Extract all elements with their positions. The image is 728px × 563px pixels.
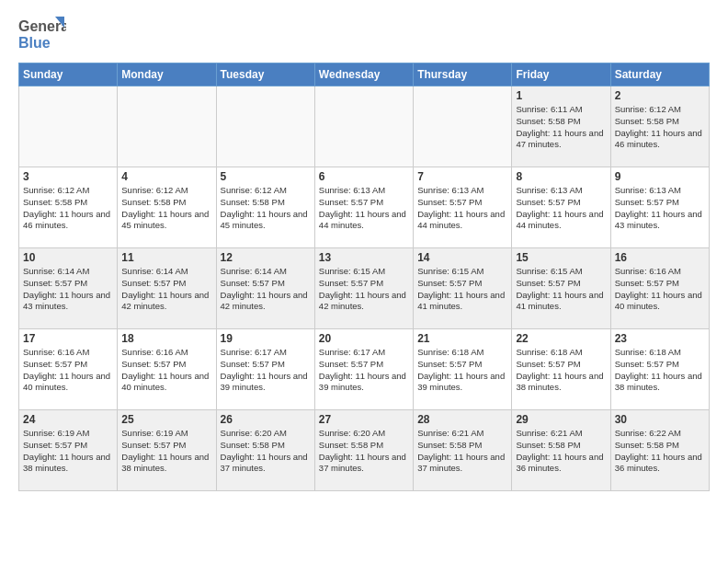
cell-info: Sunrise: 6:16 AM Sunset: 5:57 PM Dayligh… xyxy=(23,347,113,394)
cell-info: Sunrise: 6:13 AM Sunset: 5:57 PM Dayligh… xyxy=(417,185,507,232)
cell-info: Sunrise: 6:15 AM Sunset: 5:57 PM Dayligh… xyxy=(516,266,606,313)
cell-info: Sunrise: 6:12 AM Sunset: 5:58 PM Dayligh… xyxy=(23,185,113,232)
calendar-cell: 13Sunrise: 6:15 AM Sunset: 5:57 PM Dayli… xyxy=(314,248,413,329)
day-number: 21 xyxy=(417,332,507,345)
cell-info: Sunrise: 6:14 AM Sunset: 5:57 PM Dayligh… xyxy=(221,266,311,313)
day-number: 20 xyxy=(319,332,409,345)
calendar-cell: 1Sunrise: 6:11 AM Sunset: 5:58 PM Daylig… xyxy=(512,86,610,167)
calendar-cell: 30Sunrise: 6:22 AM Sunset: 5:58 PM Dayli… xyxy=(610,410,709,491)
calendar-cell: 4Sunrise: 6:12 AM Sunset: 5:58 PM Daylig… xyxy=(118,167,216,248)
cell-info: Sunrise: 6:22 AM Sunset: 5:58 PM Dayligh… xyxy=(615,428,705,475)
cell-info: Sunrise: 6:18 AM Sunset: 5:57 PM Dayligh… xyxy=(417,347,507,394)
calendar-cell: 22Sunrise: 6:18 AM Sunset: 5:57 PM Dayli… xyxy=(512,329,610,410)
day-number: 6 xyxy=(319,170,409,183)
calendar-cell: 8Sunrise: 6:13 AM Sunset: 5:57 PM Daylig… xyxy=(512,167,610,248)
day-number: 18 xyxy=(121,332,211,345)
weekday-header: Monday xyxy=(118,63,216,86)
svg-text:Blue: Blue xyxy=(18,35,51,51)
day-number: 30 xyxy=(615,413,705,426)
calendar-cell: 29Sunrise: 6:21 AM Sunset: 5:58 PM Dayli… xyxy=(512,410,610,491)
calendar-cell: 16Sunrise: 6:16 AM Sunset: 5:57 PM Dayli… xyxy=(610,248,709,329)
calendar-cell xyxy=(414,86,512,167)
calendar-cell: 6Sunrise: 6:13 AM Sunset: 5:57 PM Daylig… xyxy=(314,167,413,248)
day-number: 11 xyxy=(121,251,211,264)
day-number: 7 xyxy=(417,170,507,183)
day-number: 15 xyxy=(516,251,606,264)
weekday-header: Tuesday xyxy=(216,63,314,86)
cell-info: Sunrise: 6:18 AM Sunset: 5:57 PM Dayligh… xyxy=(615,347,705,394)
calendar-cell: 20Sunrise: 6:17 AM Sunset: 5:57 PM Dayli… xyxy=(314,329,413,410)
calendar-week: 3Sunrise: 6:12 AM Sunset: 5:58 PM Daylig… xyxy=(19,167,710,248)
calendar-cell: 19Sunrise: 6:17 AM Sunset: 5:57 PM Dayli… xyxy=(216,329,314,410)
day-number: 10 xyxy=(23,251,113,264)
weekday-row: SundayMondayTuesdayWednesdayThursdayFrid… xyxy=(19,63,710,86)
weekday-header: Sunday xyxy=(19,63,118,86)
calendar-week: 1Sunrise: 6:11 AM Sunset: 5:58 PM Daylig… xyxy=(19,86,710,167)
day-number: 2 xyxy=(615,89,705,102)
cell-info: Sunrise: 6:21 AM Sunset: 5:58 PM Dayligh… xyxy=(516,428,606,475)
logo: GeneralBlue xyxy=(18,15,66,53)
cell-info: Sunrise: 6:12 AM Sunset: 5:58 PM Dayligh… xyxy=(121,185,211,232)
calendar-cell: 25Sunrise: 6:19 AM Sunset: 5:57 PM Dayli… xyxy=(118,410,216,491)
day-number: 16 xyxy=(615,251,705,264)
cell-info: Sunrise: 6:17 AM Sunset: 5:57 PM Dayligh… xyxy=(221,347,311,394)
day-number: 17 xyxy=(23,332,113,345)
calendar-cell: 17Sunrise: 6:16 AM Sunset: 5:57 PM Dayli… xyxy=(19,329,118,410)
cell-info: Sunrise: 6:14 AM Sunset: 5:57 PM Dayligh… xyxy=(23,266,113,313)
day-number: 9 xyxy=(615,170,705,183)
cell-info: Sunrise: 6:16 AM Sunset: 5:57 PM Dayligh… xyxy=(121,347,211,394)
cell-info: Sunrise: 6:13 AM Sunset: 5:57 PM Dayligh… xyxy=(516,185,606,232)
day-number: 26 xyxy=(221,413,311,426)
cell-info: Sunrise: 6:15 AM Sunset: 5:57 PM Dayligh… xyxy=(417,266,507,313)
day-number: 5 xyxy=(221,170,311,183)
cell-info: Sunrise: 6:16 AM Sunset: 5:57 PM Dayligh… xyxy=(615,266,705,313)
page: GeneralBlue SundayMondayTuesdayWednesday… xyxy=(0,0,728,500)
calendar-cell: 26Sunrise: 6:20 AM Sunset: 5:58 PM Dayli… xyxy=(216,410,314,491)
day-number: 4 xyxy=(121,170,211,183)
calendar-cell: 5Sunrise: 6:12 AM Sunset: 5:58 PM Daylig… xyxy=(216,167,314,248)
day-number: 19 xyxy=(221,332,311,345)
calendar-cell: 14Sunrise: 6:15 AM Sunset: 5:57 PM Dayli… xyxy=(414,248,512,329)
day-number: 28 xyxy=(417,413,507,426)
cell-info: Sunrise: 6:12 AM Sunset: 5:58 PM Dayligh… xyxy=(615,104,705,151)
day-number: 24 xyxy=(23,413,113,426)
cell-info: Sunrise: 6:13 AM Sunset: 5:57 PM Dayligh… xyxy=(615,185,705,232)
calendar-cell: 24Sunrise: 6:19 AM Sunset: 5:57 PM Dayli… xyxy=(19,410,118,491)
cell-info: Sunrise: 6:20 AM Sunset: 5:58 PM Dayligh… xyxy=(221,428,311,475)
calendar-cell xyxy=(314,86,413,167)
calendar-cell: 3Sunrise: 6:12 AM Sunset: 5:58 PM Daylig… xyxy=(19,167,118,248)
cell-info: Sunrise: 6:17 AM Sunset: 5:57 PM Dayligh… xyxy=(319,347,409,394)
cell-info: Sunrise: 6:15 AM Sunset: 5:57 PM Dayligh… xyxy=(319,266,409,313)
header: GeneralBlue xyxy=(18,15,710,53)
calendar-week: 24Sunrise: 6:19 AM Sunset: 5:57 PM Dayli… xyxy=(19,410,710,491)
weekday-header: Friday xyxy=(512,63,610,86)
calendar-cell: 7Sunrise: 6:13 AM Sunset: 5:57 PM Daylig… xyxy=(414,167,512,248)
day-number: 1 xyxy=(516,89,606,102)
day-number: 23 xyxy=(615,332,705,345)
calendar-header: SundayMondayTuesdayWednesdayThursdayFrid… xyxy=(19,63,710,86)
cell-info: Sunrise: 6:13 AM Sunset: 5:57 PM Dayligh… xyxy=(319,185,409,232)
calendar-cell: 9Sunrise: 6:13 AM Sunset: 5:57 PM Daylig… xyxy=(610,167,709,248)
calendar-cell: 12Sunrise: 6:14 AM Sunset: 5:57 PM Dayli… xyxy=(216,248,314,329)
weekday-header: Saturday xyxy=(610,63,709,86)
calendar-cell: 15Sunrise: 6:15 AM Sunset: 5:57 PM Dayli… xyxy=(512,248,610,329)
calendar-cell xyxy=(216,86,314,167)
cell-info: Sunrise: 6:20 AM Sunset: 5:58 PM Dayligh… xyxy=(319,428,409,475)
calendar-cell: 23Sunrise: 6:18 AM Sunset: 5:57 PM Dayli… xyxy=(610,329,709,410)
weekday-header: Wednesday xyxy=(314,63,413,86)
day-number: 14 xyxy=(417,251,507,264)
calendar-week: 17Sunrise: 6:16 AM Sunset: 5:57 PM Dayli… xyxy=(19,329,710,410)
cell-info: Sunrise: 6:19 AM Sunset: 5:57 PM Dayligh… xyxy=(121,428,211,475)
day-number: 27 xyxy=(319,413,409,426)
cell-info: Sunrise: 6:14 AM Sunset: 5:57 PM Dayligh… xyxy=(121,266,211,313)
cell-info: Sunrise: 6:21 AM Sunset: 5:58 PM Dayligh… xyxy=(417,428,507,475)
calendar-cell: 28Sunrise: 6:21 AM Sunset: 5:58 PM Dayli… xyxy=(414,410,512,491)
calendar-cell: 21Sunrise: 6:18 AM Sunset: 5:57 PM Dayli… xyxy=(414,329,512,410)
calendar-cell xyxy=(19,86,118,167)
day-number: 12 xyxy=(221,251,311,264)
calendar-cell: 27Sunrise: 6:20 AM Sunset: 5:58 PM Dayli… xyxy=(314,410,413,491)
calendar-cell: 11Sunrise: 6:14 AM Sunset: 5:57 PM Dayli… xyxy=(118,248,216,329)
general-blue-logo: GeneralBlue xyxy=(18,15,66,53)
calendar-body: 1Sunrise: 6:11 AM Sunset: 5:58 PM Daylig… xyxy=(19,86,710,491)
cell-info: Sunrise: 6:19 AM Sunset: 5:57 PM Dayligh… xyxy=(23,428,113,475)
